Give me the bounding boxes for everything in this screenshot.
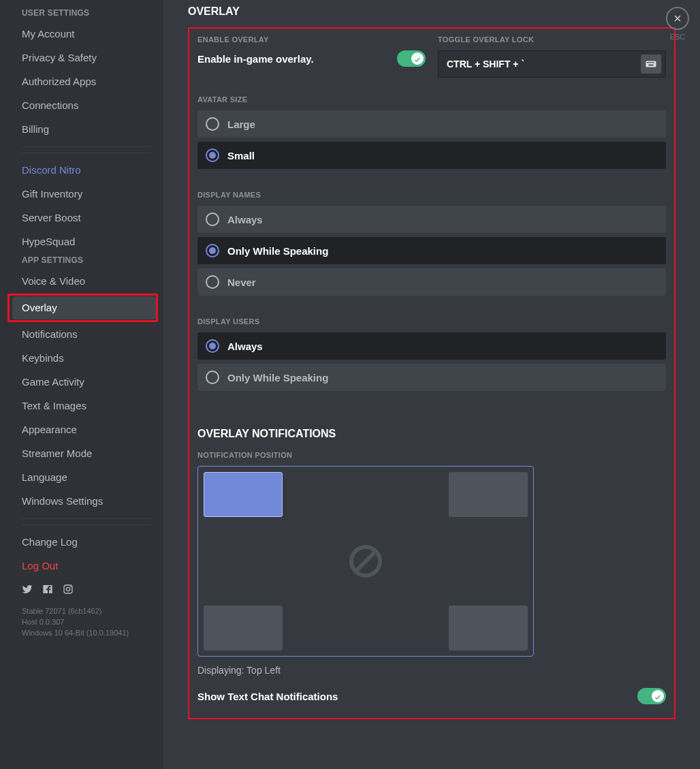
settings-sidebar: USER SETTINGSMy AccountPrivacy & SafetyA… xyxy=(0,0,163,769)
version-info: Stable 72071 (6cb1462) Host 0.0.307 Wind… xyxy=(12,603,158,641)
sidebar-item-streamer-mode[interactable]: Streamer Mode xyxy=(12,442,158,465)
position-bottom-right[interactable] xyxy=(449,606,528,650)
svg-rect-4 xyxy=(647,62,648,63)
display-users-option-only-while-speaking[interactable]: Only While Speaking xyxy=(197,364,666,391)
sidebar-item-overlay[interactable]: Overlay xyxy=(12,296,156,319)
radio-label: Always xyxy=(227,341,263,352)
sidebar-divider xyxy=(22,146,151,147)
sidebar-item-appearance[interactable]: Appearance xyxy=(12,418,158,441)
version-line: Stable 72071 (6cb1462) xyxy=(22,606,151,616)
sidebar-item-connections[interactable]: Connections xyxy=(12,94,158,117)
displaying-text: Displaying: Top Left xyxy=(197,665,666,676)
position-bottom-left[interactable] xyxy=(204,606,283,650)
radio-label: Large xyxy=(227,119,255,130)
check-icon xyxy=(654,692,662,700)
radio-label: Always xyxy=(227,214,263,225)
sidebar-item-windows-settings[interactable]: Windows Settings xyxy=(12,490,158,513)
svg-rect-8 xyxy=(653,62,654,63)
sidebar-divider xyxy=(22,524,151,525)
version-line: Host 0.0.307 xyxy=(22,616,151,627)
sidebar-divider xyxy=(22,518,151,519)
radio-label: Never xyxy=(227,277,256,288)
toggle-lock-header: TOGGLE OVERLAY LOCK xyxy=(438,35,666,44)
overlay-settings-highlight-box: ENABLE OVERLAY Enable in-game overlay. T… xyxy=(188,27,675,719)
sidebar-item-privacy-safety[interactable]: Privacy & Safety xyxy=(12,46,158,69)
position-top-left[interactable] xyxy=(204,472,283,517)
avatar-size-group: LargeSmall xyxy=(197,110,666,169)
enable-overlay-header: ENABLE OVERLAY xyxy=(197,35,426,44)
social-links-row xyxy=(12,578,158,603)
sidebar-item-notifications[interactable]: Notifications xyxy=(12,323,158,346)
facebook-icon[interactable] xyxy=(42,584,53,597)
radio-icon xyxy=(206,371,219,384)
close-button[interactable] xyxy=(666,7,689,30)
notification-position-header: NOTIFICATION POSITION xyxy=(197,451,666,459)
show-text-chat-toggle[interactable] xyxy=(637,688,666,704)
keyboard-icon xyxy=(641,54,661,74)
radio-icon xyxy=(206,148,219,162)
svg-rect-3 xyxy=(646,61,656,67)
sidebar-highlight-box: Overlay xyxy=(7,294,158,322)
radio-label: Small xyxy=(227,150,255,161)
notification-position-selector xyxy=(197,466,534,657)
enable-overlay-label: Enable in-game overlay. xyxy=(197,53,314,65)
sidebar-item-authorized-apps[interactable]: Authorized Apps xyxy=(12,70,158,93)
sidebar-divider xyxy=(22,153,151,153)
sidebar-section-header: APP SETTINGS xyxy=(12,254,158,269)
svg-rect-9 xyxy=(648,65,654,66)
svg-rect-7 xyxy=(652,62,653,63)
sidebar-item-discord-nitro[interactable]: Discord Nitro xyxy=(12,159,158,182)
instagram-icon[interactable] xyxy=(63,584,74,597)
svg-line-11 xyxy=(356,552,375,571)
close-wrap: ESC xyxy=(666,7,689,41)
sidebar-item-billing[interactable]: Billing xyxy=(12,118,158,141)
display-users-option-always[interactable]: Always xyxy=(197,332,666,360)
sidebar-item-server-boost[interactable]: Server Boost xyxy=(12,206,158,230)
radio-icon xyxy=(206,213,219,226)
sidebar-item-gift-inventory[interactable]: Gift Inventory xyxy=(12,183,158,206)
sidebar-item-game-activity[interactable]: Game Activity xyxy=(12,371,158,394)
display-users-group: AlwaysOnly While Speaking xyxy=(197,332,666,391)
sidebar-item-hypesquad[interactable]: HypeSquad xyxy=(12,230,158,253)
sidebar-item-my-account[interactable]: My Account xyxy=(12,22,158,46)
avatar-size-option-large[interactable]: Large xyxy=(197,110,666,138)
keybind-value: CTRL + SHIFT + ` xyxy=(447,59,524,69)
show-text-chat-label: Show Text Chat Notifications xyxy=(197,691,338,702)
display-names-option-only-while-speaking[interactable]: Only While Speaking xyxy=(197,237,666,264)
svg-rect-5 xyxy=(648,62,650,63)
svg-point-1 xyxy=(66,587,69,591)
sidebar-item-language[interactable]: Language xyxy=(12,466,158,489)
overlay-notifications-header: OVERLAY NOTIFICATIONS xyxy=(197,428,666,440)
radio-icon xyxy=(206,339,219,353)
settings-content: ESC OVERLAY ENABLE OVERLAY Enable in-gam… xyxy=(163,0,700,769)
sidebar-item-text-images[interactable]: Text & Images xyxy=(12,394,158,418)
display-names-header: DISPLAY NAMES xyxy=(197,191,666,199)
sidebar-item-change-log[interactable]: Change Log xyxy=(12,531,158,554)
radio-icon xyxy=(206,117,219,131)
page-title: OVERLAY xyxy=(188,5,675,18)
radio-label: Only While Speaking xyxy=(227,245,328,257)
check-icon xyxy=(413,54,421,63)
keybind-input[interactable]: CTRL + SHIFT + ` xyxy=(438,50,666,78)
version-line: Windows 10 64-Bit (10.0.19041) xyxy=(22,627,151,638)
svg-point-2 xyxy=(70,586,71,588)
sidebar-item-log-out[interactable]: Log Out xyxy=(12,554,158,578)
sidebar-item-keybinds[interactable]: Keybinds xyxy=(12,347,158,370)
esc-label: ESC xyxy=(666,33,689,41)
position-top-right[interactable] xyxy=(449,472,528,517)
svg-rect-6 xyxy=(650,62,652,63)
sidebar-section-header: USER SETTINGS xyxy=(12,7,158,22)
display-users-header: DISPLAY USERS xyxy=(197,317,666,326)
avatar-size-option-small[interactable]: Small xyxy=(197,142,666,169)
radio-label: Only While Speaking xyxy=(227,372,328,383)
radio-icon xyxy=(206,275,219,289)
twitter-icon[interactable] xyxy=(22,584,33,597)
enable-overlay-toggle[interactable] xyxy=(397,50,426,67)
display-names-option-always[interactable]: Always xyxy=(197,206,666,233)
display-names-option-never[interactable]: Never xyxy=(197,268,666,296)
avatar-size-header: AVATAR SIZE xyxy=(197,95,666,104)
sidebar-item-voice-video[interactable]: Voice & Video xyxy=(12,270,158,293)
position-disabled-icon[interactable] xyxy=(347,542,385,580)
radio-icon xyxy=(206,244,219,257)
display-names-group: AlwaysOnly While SpeakingNever xyxy=(197,206,666,296)
